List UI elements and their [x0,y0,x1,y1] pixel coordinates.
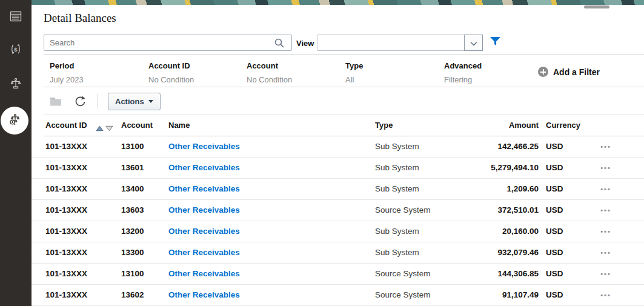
sidebar-item-currency-exchange[interactable]: $ [8,42,23,56]
sort-descending-icon[interactable] [105,123,113,134]
cell-currency: USD [546,136,563,157]
currency-exchange-icon: $ [8,42,23,56]
svg-text:$: $ [14,46,18,53]
banner-image [32,0,644,5]
sort-ascending-icon[interactable] [96,123,104,134]
filter-label-type: Type [345,61,363,70]
cell-amount: 142,466.25 [450,136,539,157]
row-actions-button[interactable]: ••• [595,285,617,305]
cell-account: 13603 [121,200,144,221]
cell-type: Source System [375,200,431,221]
cell-amount: 932,079.46 [450,242,539,263]
filter-value-type[interactable]: All [345,75,354,84]
cell-account-id: 101-13XXX [45,242,87,263]
column-header-account[interactable]: Account [121,115,153,136]
balance-inspect-icon [7,111,22,130]
plus-circle-icon [538,67,548,77]
view-label: View [296,39,314,48]
cell-name-link[interactable]: Other Receivables [168,264,240,284]
chevron-down-icon [470,38,477,48]
column-header-type[interactable]: Type [375,115,393,136]
cell-name-link[interactable]: Other Receivables [168,136,240,157]
cell-type: Source System [375,285,431,305]
page-title: Detail Balances [44,12,116,25]
table-row[interactable]: 101-13XXX 13400 Other Receivables Sub Sy… [32,179,644,200]
row-actions-button[interactable]: ••• [595,179,617,199]
table-row[interactable]: 101-13XXX 13100 Other Receivables Sub Sy… [32,136,644,158]
cell-name-link[interactable]: Other Receivables [168,158,240,178]
folder-icon[interactable] [50,96,62,106]
cell-account-id: 101-13XXX [45,285,87,305]
column-header-currency[interactable]: Currency [546,115,580,136]
cell-currency: USD [546,158,563,178]
filter-label-account: Account [247,61,278,70]
table-row[interactable]: 101-13XXX 13300 Other Receivables Sub Sy… [32,242,644,264]
search-input[interactable] [44,35,292,51]
cell-currency: USD [546,264,563,284]
cell-amount: 20,160.00 [450,221,539,242]
column-header-amount[interactable]: Amount [450,115,539,136]
filter-value-account-id[interactable]: No Condition [148,75,194,84]
table-body: 101-13XXX 13100 Other Receivables Sub Sy… [32,136,644,306]
table-row[interactable]: 101-13XXX 13100 Other Receivables Source… [32,264,644,285]
cell-amount: 1,209.60 [450,179,539,199]
row-actions-button[interactable]: ••• [595,264,617,284]
cell-name-link[interactable]: Other Receivables [168,221,240,242]
divider [44,54,644,55]
row-actions-button[interactable]: ••• [595,136,617,157]
sidebar-item-inspect-balances[interactable] [1,107,28,135]
filter-funnel-icon[interactable] [490,37,500,46]
cell-account-id: 101-13XXX [45,221,87,242]
cell-account-id: 101-13XXX [45,136,87,157]
row-actions-button[interactable]: ••• [595,158,617,178]
detail-balances-window: $ [0,0,644,306]
view-select[interactable] [317,35,483,51]
cell-type: Sub System [375,158,419,178]
table-row[interactable]: 101-13XXX 13601 Other Receivables Sub Sy… [32,158,644,179]
cell-account: 13300 [121,242,144,263]
cell-name-link[interactable]: Other Receivables [168,179,240,199]
column-header-name[interactable]: Name [168,115,190,136]
cell-type: Sub System [375,179,419,199]
filter-value-period[interactable]: July 2023 [50,75,84,84]
cell-amount: 372,510.01 [450,200,539,221]
cell-name-link[interactable]: Other Receivables [168,200,240,221]
sort-control[interactable] [96,123,113,134]
cell-amount: 91,107.49 [450,285,539,305]
sidebar: $ [0,0,32,306]
filter-label-advanced: Advanced [444,61,482,70]
filter-label-account-id: Account ID [148,61,190,70]
cell-type: Sub System [375,242,419,263]
table-row[interactable]: 101-13XXX 13603 Other Receivables Source… [32,200,644,221]
refresh-icon[interactable] [75,95,86,107]
cell-amount: 144,306.85 [450,264,539,284]
actions-button[interactable]: Actions [108,93,161,110]
cell-name-link[interactable]: Other Receivables [168,285,240,305]
sidebar-item-table-list[interactable] [8,9,23,24]
cell-account: 13100 [121,264,144,284]
filter-value-account[interactable]: No Condition [247,75,292,84]
cell-amount: 5,279,494.10 [450,158,539,178]
row-actions-button[interactable]: ••• [595,200,617,221]
view-select-chevron[interactable] [464,35,483,51]
row-actions-button[interactable]: ••• [595,221,617,242]
filter-value-advanced[interactable]: Filtering [444,75,472,84]
table-row[interactable]: 101-13XXX 13602 Other Receivables Source… [32,285,644,306]
row-actions-button[interactable]: ••• [595,242,617,263]
cell-type: Sub System [375,136,419,157]
divider [44,87,644,87]
column-header-account-id[interactable]: Account ID [45,115,87,136]
search-icon[interactable] [274,38,285,48]
cell-account: 13602 [121,285,144,305]
filter-label-period: Period [50,61,74,70]
cell-account-id: 101-13XXX [45,200,87,221]
table-list-icon [8,9,23,24]
drawer-resize-handle[interactable] [584,5,609,8]
cell-account-id: 101-13XXX [45,179,87,199]
table-row[interactable]: 101-13XXX 13200 Other Receivables Sub Sy… [32,221,644,242]
cell-name-link[interactable]: Other Receivables [168,242,240,263]
cell-account-id: 101-13XXX [45,158,87,178]
cell-account: 13200 [121,221,144,242]
sidebar-item-allocations[interactable] [8,76,23,91]
add-filter-button[interactable]: Add a Filter [538,67,600,77]
